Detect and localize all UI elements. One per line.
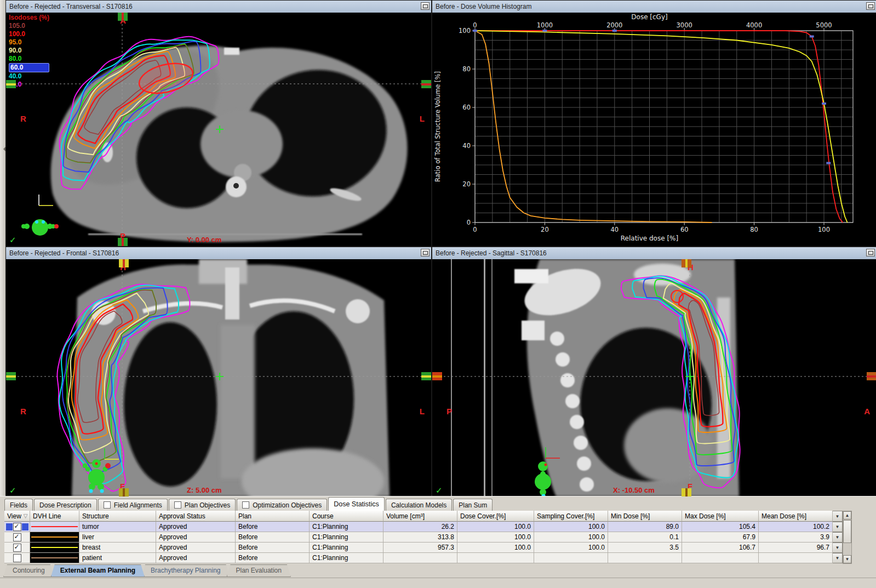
column-options-button[interactable]: ▼ [833, 511, 843, 522]
lung-left [124, 322, 217, 487]
panel-transversal: Before - Rejected - Transversal - S17081… [5, 0, 432, 247]
dvh-dose-marker [822, 102, 826, 105]
slice-coordinate-readout: Y: 0.00 cm [187, 236, 221, 244]
slice-position-marker[interactable] [118, 238, 128, 246]
tab-plan-objectives[interactable]: Plan Objectives [169, 499, 236, 511]
mean-dose-cell: 96.7 [759, 543, 833, 553]
slice-position-marker[interactable] [6, 372, 16, 380]
column-header-course[interactable]: Course [310, 511, 383, 522]
couch-line [451, 259, 452, 496]
tab-checkbox[interactable] [104, 501, 111, 509]
isodose-legend-item[interactable]: 95.0 [9, 38, 49, 47]
column-header-sampling-cover-[interactable]: Sampling Cover.[%] [534, 511, 608, 522]
column-header-label: View [7, 512, 21, 520]
scrollbar-down-button[interactable]: ▼ [843, 555, 851, 563]
dvh-chart: Dose [cGy]010002000300040005000020406080… [432, 13, 876, 246]
sagittal-viewport[interactable]: ✓ HFPAX: -10.50 cm [432, 259, 876, 496]
axis-tick-top: 3000 [677, 21, 692, 29]
restore-window-button[interactable] [421, 249, 430, 256]
slice-position-marker[interactable] [119, 488, 129, 496]
tab-checkbox[interactable] [174, 501, 181, 509]
min-dose-cell: 3.5 [608, 543, 682, 553]
slice-position-marker[interactable] [432, 372, 442, 380]
column-header-label: Course [312, 512, 334, 520]
approval-status-cell: Approved [156, 522, 236, 532]
axis-tick-bottom: 60 [680, 226, 689, 233]
transversal-title-bar[interactable]: Before - Rejected - Transversal - S17081… [6, 1, 431, 13]
transversal-viewport[interactable]: Isodoses (%) 105.0100.095.090.080.060.04… [6, 13, 431, 246]
frontal-viewport[interactable]: ✓ HFRLZ: 5.00 cm [6, 259, 431, 496]
scrollbar-up-button[interactable]: ▲ [843, 511, 851, 520]
table-row-patient[interactable]: patientApprovedBeforeC1:Planning▼ [4, 553, 843, 563]
module-tab-external-beam-planning[interactable]: External Beam Planning [51, 564, 145, 577]
column-header-plan[interactable]: Plan [236, 511, 310, 522]
column-header-max-dose-[interactable]: Max Dose [%] [682, 511, 759, 522]
table-row-liver[interactable]: liverApprovedBeforeC1:Planning313.8100.0… [4, 532, 843, 543]
scrollbar-thumb[interactable] [843, 520, 851, 543]
tab-field-alignments[interactable]: Field Alignments [98, 499, 168, 511]
isodose-legend-item[interactable]: 105.0 [9, 22, 49, 30]
tab-optimization-objectives[interactable]: Optimization Objectives [237, 499, 327, 511]
course-cell: C1:Planning [310, 543, 383, 553]
restore-window-button[interactable] [866, 2, 875, 10]
dvh-viewport[interactable]: Dose [cGy]010002000300040005000020406080… [432, 13, 876, 246]
module-tab-contouring[interactable]: Contouring [3, 564, 54, 577]
slice-position-marker[interactable] [119, 259, 129, 267]
trachea [225, 267, 239, 319]
isodose-legend-item[interactable]: 90.0 [9, 47, 49, 55]
slice-position-marker[interactable] [682, 488, 691, 496]
slice-position-marker[interactable] [6, 80, 16, 88]
column-header-dose-cover-[interactable]: Dose Cover.[%] [457, 511, 534, 522]
tab-checkbox[interactable] [242, 501, 249, 509]
tab-dose-prescription[interactable]: Dose Prescription [34, 499, 97, 511]
frontal-title-bar[interactable]: Before - Rejected - Frontal - S170816 [6, 247, 431, 260]
course-cell: C1:Planning [310, 522, 383, 532]
column-header-label: Structure [82, 512, 109, 520]
table-row-breast[interactable]: breastApprovedBeforeC1:Planning957.3100.… [4, 543, 843, 553]
slice-position-marker[interactable] [118, 13, 128, 21]
sagittal-title: Before - Rejected - Sagittal - S170816 [436, 249, 547, 257]
tab-plan-sum[interactable]: Plan Sum [453, 499, 493, 511]
tab-calculation-models[interactable]: Calculation Models [386, 499, 452, 511]
isodose-legend-item[interactable]: 100.0 [9, 30, 49, 38]
table-row-tumor[interactable]: tumorApprovedBeforeC1:Planning26.2100.01… [4, 522, 843, 532]
row-dropdown-button[interactable]: ▼ [833, 553, 843, 563]
view-checkbox[interactable] [13, 554, 21, 562]
column-header-structure[interactable]: Structure [79, 511, 156, 522]
slice-position-marker[interactable] [867, 372, 876, 380]
row-dropdown-button[interactable]: ▼ [833, 522, 843, 532]
orientation-label-right: L [420, 407, 425, 416]
tab-label: Dose Statistics [334, 499, 379, 510]
table-scrollbar[interactable]: ▲▼ [843, 511, 852, 564]
dvh-title-bar[interactable]: Before - Dose Volume Histogram [432, 1, 876, 13]
slice-position-marker[interactable] [682, 259, 691, 267]
restore-window-button[interactable] [421, 2, 430, 10]
row-dropdown-button[interactable]: ▼ [833, 532, 843, 543]
slice-position-marker[interactable] [421, 372, 431, 380]
sagittal-title-bar[interactable]: Before - Rejected - Sagittal - S170816 [432, 247, 876, 260]
tab-dose-statistics[interactable]: Dose Statistics [328, 497, 385, 511]
isodose-legend-item[interactable]: 40.0 [9, 72, 49, 81]
slice-position-marker[interactable] [421, 80, 431, 88]
isodose-legend-title: Isodoses (%) [9, 14, 49, 22]
column-header-mean-dose-[interactable]: Mean Dose [%] [759, 511, 833, 522]
slice-position-marker-stripe [122, 238, 124, 246]
filter-icon[interactable]: ▽ [24, 513, 28, 519]
column-header-approval-status[interactable]: Approval Status [156, 511, 236, 522]
isodose-legend-item[interactable]: 60.0 [9, 63, 49, 72]
view-cell [4, 553, 30, 563]
column-header-dvh-line[interactable]: DVH Line [30, 511, 79, 522]
column-header-min-dose-[interactable]: Min Dose [%] [608, 511, 682, 522]
row-dropdown-button[interactable]: ▼ [833, 543, 843, 553]
view-checkbox[interactable] [13, 533, 21, 541]
view-checkbox[interactable] [13, 523, 21, 531]
column-header-volume-cm-[interactable]: Volume [cm³] [383, 511, 457, 522]
column-header-view[interactable]: View▽ [4, 511, 30, 522]
transversal-title: Before - Rejected - Transversal - S17081… [9, 3, 133, 10]
restore-window-button[interactable] [866, 249, 875, 256]
tab-fields[interactable]: Fields [4, 499, 33, 511]
module-tab-plan-evaluation[interactable]: Plan Evaluation [227, 564, 291, 577]
view-checkbox[interactable] [13, 544, 21, 552]
module-tab-brachytherapy-planning[interactable]: Brachytherapy Planning [141, 564, 230, 577]
isodose-legend-item[interactable]: 80.0 [9, 55, 49, 63]
